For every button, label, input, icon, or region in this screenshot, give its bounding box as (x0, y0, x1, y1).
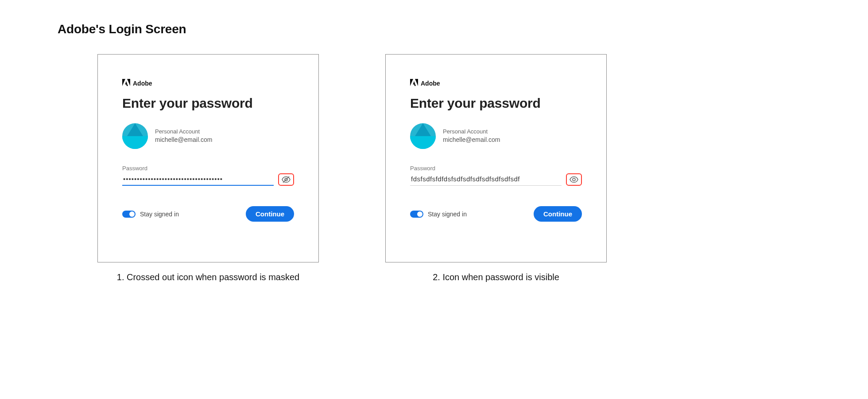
password-input[interactable] (410, 173, 562, 186)
account-text: Personal Account michelle@email.com (443, 128, 500, 145)
stay-signed-in-toggle[interactable] (122, 211, 136, 218)
stay-signed-in-label: Stay signed in (428, 211, 467, 218)
svg-marker-0 (122, 79, 125, 86)
continue-button[interactable]: Continue (534, 206, 582, 222)
avatar (122, 123, 148, 149)
account-summary: Personal Account michelle@email.com (122, 123, 294, 149)
adobe-logo-icon (410, 79, 418, 88)
stay-signed-in-label: Stay signed in (140, 211, 179, 218)
panel-2: Adobe Enter your password Personal Accou… (385, 54, 607, 282)
brand-name: Adobe (421, 80, 440, 87)
brand-lockup: Adobe (122, 79, 294, 88)
svg-marker-7 (413, 81, 416, 86)
panel-caption: 1. Crossed out icon when password is mas… (117, 272, 299, 282)
card-actions: Stay signed in Continue (122, 206, 294, 222)
account-text: Personal Account michelle@email.com (155, 128, 212, 145)
password-label: Password (410, 165, 582, 172)
account-type: Personal Account (155, 128, 212, 136)
panels-row: Adobe Enter your password Personal Accou… (58, 54, 810, 282)
login-card: Adobe Enter your password Personal Accou… (97, 54, 319, 262)
card-actions: Stay signed in Continue (410, 206, 582, 222)
login-card: Adobe Enter your password Personal Accou… (385, 54, 607, 262)
account-type: Personal Account (443, 128, 500, 136)
brand-lockup: Adobe (410, 79, 582, 88)
svg-marker-2 (125, 81, 128, 86)
account-email: michelle@email.com (155, 136, 212, 145)
toggle-password-visibility[interactable] (278, 173, 294, 186)
stay-signed-in-toggle[interactable] (410, 211, 423, 218)
continue-button[interactable]: Continue (246, 206, 294, 222)
password-row (410, 173, 582, 186)
password-input[interactable] (122, 173, 274, 186)
stay-signed-in: Stay signed in (122, 211, 179, 218)
account-summary: Personal Account michelle@email.com (410, 123, 582, 149)
card-heading: Enter your password (410, 96, 582, 111)
brand-name: Adobe (133, 80, 152, 87)
svg-point-8 (573, 178, 575, 181)
page-title: Adobe's Login Screen (58, 22, 810, 36)
toggle-password-visibility[interactable] (566, 173, 582, 186)
stay-signed-in: Stay signed in (410, 211, 467, 218)
account-email: michelle@email.com (443, 136, 500, 145)
panel-caption: 2. Icon when password is visible (433, 272, 559, 282)
panel-1: Adobe Enter your password Personal Accou… (97, 54, 319, 282)
password-label: Password (122, 165, 294, 172)
adobe-logo-icon (122, 79, 130, 88)
card-heading: Enter your password (122, 96, 294, 111)
eye-icon (570, 176, 578, 183)
svg-marker-5 (410, 79, 413, 86)
eye-slash-icon (282, 176, 291, 183)
password-row (122, 173, 294, 186)
avatar (410, 123, 436, 149)
